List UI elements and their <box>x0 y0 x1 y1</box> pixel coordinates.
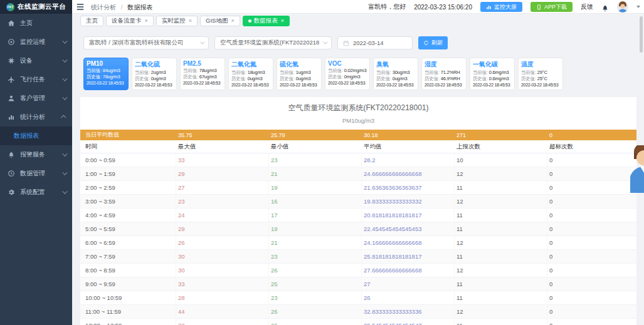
open-tabs-bar: 主页 设备流量卡 × 实时监控 × GIS地图 × 数据报表 × <box>72 14 644 28</box>
row-6-cell-1: 26 <box>176 236 269 249</box>
current-value: 78ug/m3 <box>199 68 217 73</box>
sidebar-item-7[interactable]: 数据管理 <box>0 164 72 183</box>
tab-1[interactable]: 设备流量卡 × <box>106 16 154 26</box>
sidebar-item-0[interactable]: 主页 <box>0 14 72 33</box>
current-value: 18ug/m3 <box>248 70 265 75</box>
chevron-down-icon <box>323 40 327 44</box>
row-5-cell-1: 29 <box>176 222 269 235</box>
report-panel: 空气质量环境监测系统(FKT20220218001) PM10ug/m3 当日平… <box>80 97 636 325</box>
row-10-cell-2: 23 <box>269 291 362 304</box>
sensor-card-7[interactable]: 湿度 当前值: 71.2%RH 历史值: 46.9%RH 2022-03-22 … <box>421 58 467 90</box>
table-row-7: 7:00 ~ 7:59302325.818181818181817110 <box>80 250 636 264</box>
tab-active-dot-icon <box>248 19 251 23</box>
row-0-cell-0: 0:00 ~ 0:59 <box>83 153 176 167</box>
device-select[interactable]: 空气质量环境监测系统(FKT20220218001) <box>214 36 332 49</box>
filter-bar: 富凯特 / 深圳市富凯特科技有限公司 空气质量环境监测系统(FKT2022021… <box>83 36 448 49</box>
tab-close-icon[interactable]: × <box>281 18 284 24</box>
row-3-cell-3: 19.833333333333332 <box>362 195 455 208</box>
app-title: 在线监测云平台 <box>18 3 66 11</box>
feedback-link[interactable]: 反馈 <box>581 3 593 11</box>
tab-close-icon[interactable]: × <box>231 18 234 24</box>
row-10-cell-1: 28 <box>176 291 269 304</box>
row-6-cell-4: 12 <box>455 236 547 249</box>
row-7-cell-2: 23 <box>269 250 362 263</box>
table-row-8: 8:00 ~ 8:59302627.666666666666668120 <box>80 264 636 277</box>
sidebar-item-8[interactable]: 系统配置 <box>0 183 72 202</box>
row-12-cell-5: 0 <box>547 319 636 325</box>
history-value-label: 历史值: <box>425 76 441 81</box>
service-person-illustration <box>630 145 644 193</box>
row-7-cell-0: 7:00 ~ 7:59 <box>83 250 176 263</box>
column-header-4: 上报次数 <box>455 143 547 151</box>
summary-cell-0: 当日平均数值 <box>83 131 176 139</box>
notification-bell-icon[interactable] <box>601 3 609 11</box>
current-value: 84ug/m3 <box>103 68 120 73</box>
row-3-cell-2: 16 <box>269 195 362 208</box>
sidebar-item-1[interactable]: 监控运维 <box>0 33 72 51</box>
sensor-card-6[interactable]: 臭氧 当前值: 30ug/m3 历史值: 0ug/m3 2022-03-22 1… <box>373 58 418 90</box>
sidebar-item-3[interactable]: 飞行任务 <box>0 70 72 89</box>
alarm-icon <box>8 151 15 158</box>
history-value-label: 历史值: <box>280 76 296 81</box>
user-greeting: 富凯特，您好 <box>368 3 406 11</box>
app-download-button[interactable]: APP下载 <box>531 2 573 12</box>
sidebar-subitem-0[interactable]: 数据报表 <box>0 126 72 145</box>
user-avatar[interactable] <box>617 1 628 13</box>
sensor-card-1[interactable]: 二氧化硫 当前值: 2ug/m3 历史值: 0ug/m3 2022-03-22 … <box>132 58 177 90</box>
row-10-cell-0: 10:00 ~ 10:59 <box>83 291 176 304</box>
history-value: 0ug/m3 <box>296 76 311 81</box>
sensor-card-title: VOC <box>328 60 367 67</box>
menu-toggle-icon[interactable] <box>76 3 85 11</box>
sensor-card-4[interactable]: 硫化氢 当前值: 1ug/m3 历史值: 0ug/m3 2022-03-22 1… <box>277 58 322 90</box>
sensor-card-timestamp: 2022-03-22 18:45:53 <box>87 81 125 85</box>
company-select[interactable]: 富凯特 / 深圳市富凯特科技有限公司 <box>83 36 209 49</box>
summary-cell-2: 25.79 <box>269 132 362 138</box>
row-2-cell-4: 11 <box>455 181 547 194</box>
big-screen-button[interactable]: 监控大屏 <box>480 2 522 12</box>
sensor-card-3[interactable]: 二氧化氮 当前值: 18ug/m3 历史值: 0ug/m3 2022-03-22… <box>228 58 273 90</box>
date-picker[interactable]: 2022-03-14 <box>337 36 413 49</box>
sidebar-item-5[interactable]: 统计分析 <box>0 108 72 126</box>
monitor-icon <box>8 38 15 46</box>
row-10-cell-4: 11 <box>455 291 547 304</box>
sensor-card-9[interactable]: 温度 当前值: 29°C 历史值: 25°C 2022-03-22 18:45:… <box>518 58 563 90</box>
row-12-cell-2: 26 <box>269 319 362 325</box>
home-icon <box>8 19 15 27</box>
sensor-card-8[interactable]: 一氧化碳 当前值: 0.6mg/m3 历史值: 0.6mg/m3 2022-03… <box>470 58 515 90</box>
current-value-label: 当前值: <box>328 68 344 73</box>
sensor-card-title: 湿度 <box>425 60 463 69</box>
tab-4[interactable]: 数据报表 × <box>243 16 290 26</box>
sidebar-item-2[interactable]: 设备 <box>0 51 72 70</box>
sensor-card-0[interactable]: PM10 当前值: 84ug/m3 历史值: 78ug/m3 2022-03-2… <box>83 58 129 90</box>
sidebar-item-6[interactable]: 报警服务 <box>0 145 72 164</box>
breadcrumb-level1[interactable]: 统计分析 <box>91 4 116 11</box>
sensor-card-5[interactable]: VOC 当前值: 0.02mg/m3 历史值: 0mg/m3 2022-03-2… <box>325 58 370 90</box>
sensor-card-title: 一氧化碳 <box>473 60 512 69</box>
history-value-label: 历史值: <box>183 74 199 80</box>
refresh-button[interactable]: 刷新 <box>418 36 448 49</box>
row-11-cell-4: 12 <box>455 305 547 318</box>
sensor-card-timestamp: 2022-03-22 18:45:53 <box>328 81 367 85</box>
summary-cell-3: 30.18 <box>362 132 455 138</box>
sensor-card-timestamp: 2022-03-22 18:45:53 <box>521 83 560 87</box>
current-value: 29°C <box>537 70 547 75</box>
sidebar-item-4[interactable]: 客户管理 <box>0 89 72 108</box>
table-row-1: 1:00 ~ 1:59292124.666666666666668120 <box>80 167 636 181</box>
tab-close-icon[interactable]: × <box>145 18 148 24</box>
current-value: 1ug/m3 <box>296 70 311 75</box>
row-8-cell-4: 12 <box>455 264 547 277</box>
row-12-cell-3: 29.545454545454547 <box>362 319 455 325</box>
service-assistant-widget[interactable] <box>630 145 644 193</box>
row-6-cell-3: 24.166666666666668 <box>362 236 455 249</box>
summary-cell-1: 35.75 <box>176 132 269 138</box>
row-1-cell-3: 24.666666666666668 <box>362 167 455 180</box>
sidebar-item-label: 数据管理 <box>20 169 62 178</box>
tab-0[interactable]: 主页 <box>80 16 103 26</box>
tab-2[interactable]: 实时监控 × <box>156 16 198 26</box>
company-select-value: 富凯特 / 深圳市富凯特科技有限公司 <box>89 39 196 47</box>
page-scrollbar[interactable] <box>640 16 643 53</box>
user-menu-caret-icon[interactable] <box>636 6 640 8</box>
tab-3[interactable]: GIS地图 × <box>200 16 240 26</box>
tab-close-icon[interactable]: × <box>189 18 192 24</box>
sensor-card-2[interactable]: PM2.5 当前值: 78ug/m3 历史值: 67ug/m3 2022-03-… <box>180 58 225 90</box>
